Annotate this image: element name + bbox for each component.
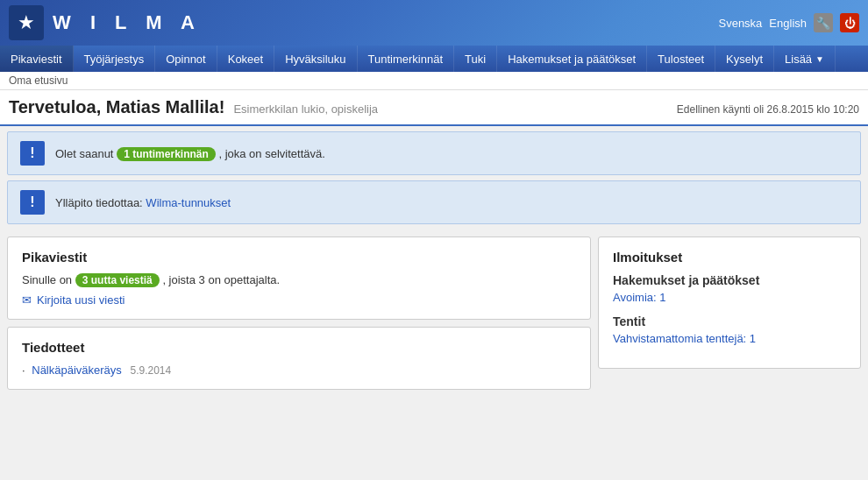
ilmoitukset-title: Ilmoitukset [613,250,846,265]
tentit-section: Tentit Vahvistamattomia tenttejä: 1 [613,314,846,345]
english-lang-button[interactable]: English [769,17,807,30]
pikaviestit-title: Pikaviestit [22,250,576,265]
logo-area: ★ W I L M A [9,5,718,40]
avoimia-link[interactable]: Avoimia: 1 [613,291,665,304]
hakemukset-section-title: Hakemukset ja päätökset [613,273,846,287]
envelope-icon: ✉ [22,293,32,307]
alert-yllapito: ! Ylläpito tiedottaa: Wilma-tunnukset [7,180,861,224]
nav-tulosteet[interactable]: Tulosteet [647,46,715,72]
content-right: Ilmoitukset Hakemukset ja päätökset Avoi… [598,236,861,390]
welcome-title: Tervetuloa, Matias Mallila! [9,97,224,117]
power-icon[interactable]: ⏻ [840,13,859,32]
content-area: Pikaviestit Sinulle on 3 uutta viestiä ,… [0,229,868,397]
kirjoita-uusi-viesti-link[interactable]: Kirjoita uusi viesti [37,293,125,307]
nav-tyojarjestys[interactable]: Työjärjestys [74,46,156,72]
tiedotteet-title: Tiedotteet [22,340,576,355]
chevron-down-icon: ▼ [815,54,824,64]
alert-text-1: Olet saanut 1 tuntimerkinnän , joka on s… [55,147,325,160]
tentit-section-title: Tentit [613,314,846,328]
welcome-subtitle: Esimerkkilan lukio, opiskelija [233,102,378,116]
welcome-left: Tervetuloa, Matias Mallila! Esimerkkilan… [9,97,378,117]
svenska-lang-button[interactable]: Svenska [718,17,762,30]
nav-pikaviestit[interactable]: Pikaviestit [0,46,74,72]
star-icon: ★ [18,11,35,34]
tiedotteet-item: · Nälkäpäiväkeräys 5.9.2014 [22,364,576,377]
welcome-bar: Tervetuloa, Matias Mallila! Esimerkkilan… [0,90,868,126]
app-title: W I L M A [53,11,202,34]
content-left: Pikaviestit Sinulle on 3 uutta viestiä ,… [7,236,591,390]
settings-icon[interactable]: 🔧 [814,13,833,32]
uutta-viestiä-badge[interactable]: 3 uutta viestiä [75,273,160,287]
ilmoitukset-card: Ilmoitukset Hakemukset ja päätökset Avoi… [598,236,861,369]
pikaviestit-card: Pikaviestit Sinulle on 3 uutta viestiä ,… [7,236,591,320]
tiedote-link[interactable]: Nälkäpäiväkeräys [32,364,122,377]
wilma-tunnukset-link[interactable]: Wilma-tunnukset [146,196,231,209]
vahvistamattomia-link[interactable]: Vahvistamattomia tenttejä: 1 [613,332,756,345]
vahvistamattomia-row: Vahvistamattomia tenttejä: 1 [613,332,846,345]
alert-icon-2: ! [20,190,45,215]
logo-star: ★ [9,5,44,40]
nav-kokeet[interactable]: Kokeet [217,46,274,72]
nav-tuki[interactable]: Tuki [454,46,497,72]
nav-tuntimerkinnät[interactable]: Tuntimerkinnät [358,46,455,72]
hakemukset-section: Hakemukset ja päätökset Avoimia: 1 [613,273,846,304]
avoimia-row: Avoimia: 1 [613,291,846,304]
header-right: Svenska English 🔧 ⏻ [718,13,859,32]
nav-opinnot[interactable]: Opinnot [155,46,217,72]
alert-icon-1: ! [20,141,45,166]
breadcrumb: Oma etusivu [0,72,868,90]
last-visit: Edellinen käynti oli 26.8.2015 klo 10:20 [677,103,859,116]
nav-bar: Pikaviestit Työjärjestys Opinnot Kokeet … [0,46,868,72]
alert-tuntimerkinta: ! Olet saanut 1 tuntimerkinnän , joka on… [7,131,861,175]
bullet-icon: · [22,364,25,377]
nav-kyselyt[interactable]: Kyselyt [715,46,774,72]
alert-text-2: Ylläpito tiedottaa: Wilma-tunnukset [55,196,231,209]
nav-lisaa[interactable]: Lisää ▼ [774,46,836,72]
tuntimerkinta-badge[interactable]: 1 tuntimerkinnän [117,147,216,161]
top-header: ★ W I L M A Svenska English 🔧 ⏻ [0,0,868,46]
message-link-row: ✉ Kirjoita uusi viesti [22,293,576,307]
nav-hyvaksiluku[interactable]: Hyväksiluku [274,46,357,72]
nav-hakemukset[interactable]: Hakemukset ja päätökset [497,46,647,72]
tiedote-date: 5.9.2014 [130,364,171,377]
pikaviestit-body: Sinulle on 3 uutta viestiä , joista 3 on… [22,273,576,286]
tiedotteet-card: Tiedotteet · Nälkäpäiväkeräys 5.9.2014 [7,327,591,390]
